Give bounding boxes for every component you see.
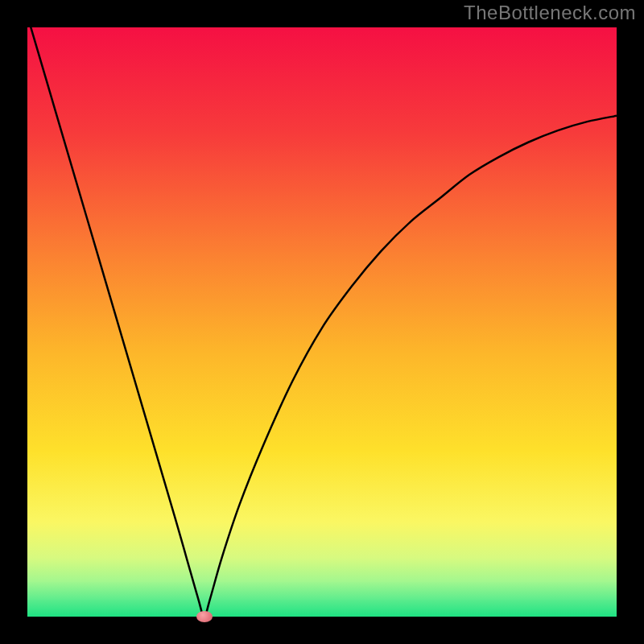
plot-area: [27, 27, 617, 617]
bottleneck-curve-path: [27, 15, 617, 617]
minimum-marker: [196, 611, 213, 622]
curve-svg: [27, 27, 617, 617]
watermark-text: TheBottleneck.com: [464, 2, 636, 24]
chart-container: TheBottleneck.com: [0, 0, 644, 644]
